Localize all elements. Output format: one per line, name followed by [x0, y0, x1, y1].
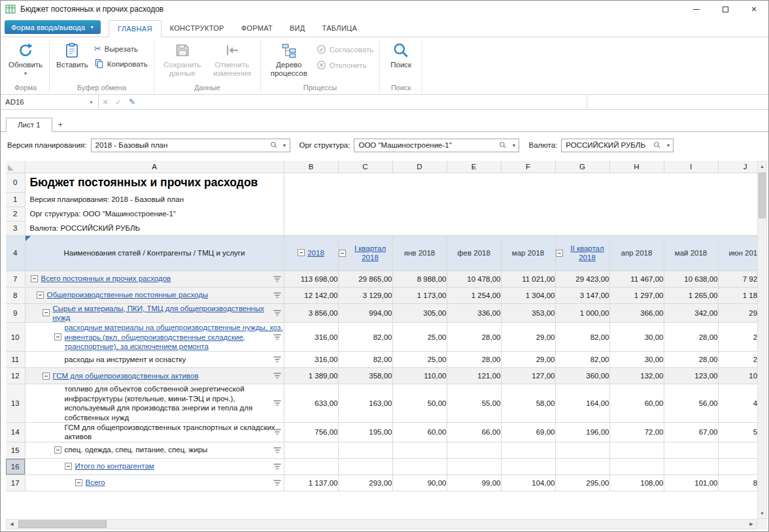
row-name-cell[interactable]: расходы на инструмент и оснастку	[25, 352, 284, 368]
value-cell[interactable]	[718, 458, 757, 474]
approve-button[interactable]: Согласовать	[316, 44, 373, 54]
collapse-icon[interactable]	[75, 479, 82, 486]
value-cell[interactable]: 1 137,00	[284, 474, 338, 491]
value-cell[interactable]: 1 180,00	[718, 287, 757, 303]
column-header-H[interactable]: H	[609, 161, 664, 173]
collapse-icon[interactable]	[298, 249, 305, 256]
period-column-header[interactable]: II квартал 2018	[555, 235, 609, 271]
vertical-scroll-thumb[interactable]	[759, 173, 766, 218]
org-structure-combo[interactable]: ООО "Машиностроение-1" ▼	[354, 139, 519, 152]
value-cell[interactable]: 82,00	[338, 352, 392, 368]
chevron-down-icon[interactable]: ▼	[280, 139, 290, 152]
row-name-cell[interactable]: Итого по контрагентам	[25, 458, 284, 474]
horizontal-scroll-track[interactable]	[17, 520, 746, 529]
value-cell[interactable]: 69,00	[501, 422, 555, 442]
planning-version-combo[interactable]: 2018 - Базовый план ▼	[91, 139, 290, 152]
value-cell[interactable]: 633,00	[284, 384, 338, 423]
collapse-icon[interactable]	[54, 446, 61, 454]
horizontal-scrollbar[interactable]: ◀ ▶	[6, 519, 757, 529]
row-name-cell[interactable]: спец. одежда, спец. питание, спец. жиры	[25, 442, 284, 458]
value-cell[interactable]: 366,00	[609, 303, 664, 323]
column-header-D[interactable]: D	[392, 161, 447, 173]
column-header-A[interactable]: A	[25, 161, 284, 173]
cell-reference-box[interactable]: AD16 ▼	[1, 95, 99, 109]
value-cell[interactable]: 30,00	[609, 352, 664, 368]
value-cell[interactable]: 3 147,00	[555, 287, 609, 303]
row-header[interactable]: 15	[6, 442, 25, 458]
value-cell[interactable]: 25,00	[392, 352, 447, 368]
value-cell[interactable]	[284, 442, 338, 458]
value-cell[interactable]: 11 467,00	[609, 271, 664, 287]
value-cell[interactable]: 292,00	[718, 303, 757, 323]
search-icon[interactable]	[268, 141, 280, 149]
paste-button[interactable]: Вставить	[53, 39, 92, 71]
filter-icon[interactable]	[273, 399, 281, 407]
value-cell[interactable]: 82,00	[555, 323, 609, 352]
value-cell[interactable]: 28,00	[664, 352, 718, 368]
period-label[interactable]: 2018	[307, 248, 324, 258]
row-header[interactable]: 17	[6, 474, 25, 491]
value-cell[interactable]: 1 389,00	[284, 368, 338, 384]
column-header-B[interactable]: B	[284, 161, 338, 173]
period-column-header[interactable]: фев 2018	[447, 235, 501, 271]
value-cell[interactable]: 108,00	[609, 474, 664, 491]
undo-changes-button[interactable]: Отменить изменения	[207, 39, 257, 79]
info-cell[interactable]: Версия планирования: 2018 - Базовый план	[25, 192, 284, 207]
period-column-header[interactable]: апр 2018	[609, 235, 664, 271]
value-cell[interactable]	[718, 442, 757, 458]
filter-icon[interactable]	[273, 463, 281, 471]
value-cell[interactable]: 10 638,00	[664, 271, 718, 287]
row-name-cell[interactable]: Общепроизводственные постоянные расходы	[25, 287, 284, 303]
filter-icon[interactable]	[273, 372, 281, 380]
row-header[interactable]: 2	[6, 207, 25, 221]
search-icon[interactable]	[651, 141, 663, 149]
value-cell[interactable]: 29 423,00	[555, 271, 609, 287]
value-cell[interactable]	[447, 442, 501, 458]
row-name-cell[interactable]: ГСМ для общепроизводственных транспортны…	[25, 422, 284, 442]
tab-vid[interactable]: ВИД	[281, 20, 314, 37]
value-cell[interactable]: 24,00	[718, 352, 757, 368]
row-header[interactable]: 9	[6, 303, 25, 323]
value-cell[interactable]: 56,00	[664, 384, 718, 423]
value-cell[interactable]: 28,00	[664, 323, 718, 352]
row-header[interactable]: 16	[6, 458, 25, 474]
filter-icon[interactable]	[273, 479, 281, 487]
value-cell[interactable]: 7 928,00	[718, 271, 757, 287]
row-header[interactable]: 3	[6, 221, 25, 235]
value-cell[interactable]: 10 478,00	[447, 271, 501, 287]
row-name[interactable]: Всего	[86, 478, 105, 487]
value-cell[interactable]: 316,00	[284, 323, 338, 352]
value-cell[interactable]: 50,00	[392, 384, 447, 423]
value-cell[interactable]: 358,00	[338, 368, 392, 384]
period-column-header[interactable]: июн 2018	[718, 235, 757, 271]
scroll-right-arrow[interactable]: ▶	[746, 520, 757, 529]
row-name-cell[interactable]: Всего постоянных и прочих расходов	[25, 271, 284, 287]
value-cell[interactable]	[284, 458, 338, 474]
row-name-cell[interactable]: ГСМ для общепроизводственных активов	[25, 368, 284, 384]
column-header-I[interactable]: I	[664, 161, 718, 173]
currency-combo[interactable]: РОССИЙСКИЙ РУБЛЬ ▼	[561, 139, 674, 152]
formula-input[interactable]	[139, 95, 587, 109]
value-cell[interactable]: 1 297,00	[609, 287, 664, 303]
period-column-header[interactable]: май 2018	[664, 235, 718, 271]
value-cell[interactable]	[392, 442, 447, 458]
value-cell[interactable]: 29,00	[501, 323, 555, 352]
value-cell[interactable]: 3 856,00	[284, 303, 338, 323]
tab-tablitsa[interactable]: ТАБЛИЦА	[314, 20, 366, 37]
value-cell[interactable]: 113 698,00	[284, 271, 338, 287]
row-header[interactable]: 4	[6, 235, 25, 271]
close-button[interactable]: ✕	[740, 1, 768, 18]
value-cell[interactable]	[501, 442, 555, 458]
vertical-scrollbar[interactable]: ▲ ▼	[757, 161, 767, 519]
value-cell[interactable]: 66,00	[447, 422, 501, 442]
row-header[interactable]: 8	[6, 287, 25, 303]
column-header-C[interactable]: C	[338, 161, 392, 173]
value-cell[interactable]: 12 142,00	[284, 287, 338, 303]
confirm-entry-icon[interactable]: ✓	[112, 98, 125, 107]
value-cell[interactable]: 29,00	[501, 352, 555, 368]
maximize-button[interactable]	[711, 1, 740, 18]
value-cell[interactable]: 28,00	[447, 323, 501, 352]
add-sheet-button[interactable]: +	[52, 118, 69, 131]
value-cell[interactable]: 60,00	[609, 384, 664, 423]
value-cell[interactable]: 353,00	[501, 303, 555, 323]
